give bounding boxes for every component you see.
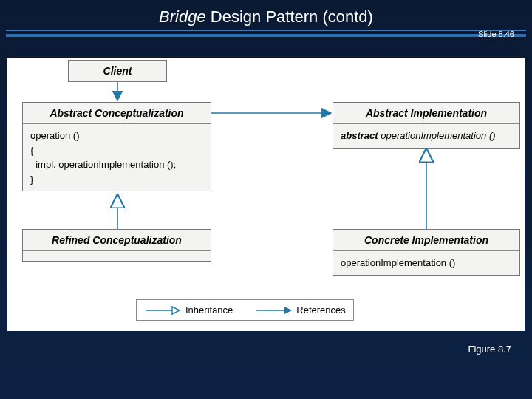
abstract-keyword: abstract [341,130,378,141]
uml-abs-concept-body: operation () { impl. operationImplementa… [23,123,211,191]
title-rest: Design Pattern (contd) [206,7,373,26]
title-italic-word: Bridge [159,7,206,26]
code-line: { [30,143,203,158]
uml-conc-impl-body: operationImplementation () [333,250,519,275]
legend-references-label: References [296,304,345,316]
uml-conc-impl-header: Concrete Implementation [333,230,519,250]
abs-impl-op: operationImplementation () [378,130,496,141]
uml-box-client: Client [68,60,167,82]
uml-box-abstract-conceptualization: Abstract Conceptualization operation () … [22,102,211,191]
uml-abs-concept-header: Abstract Conceptualization [23,103,211,123]
legend: Inheritance References [136,299,354,321]
figure-label: Figure 8.7 [468,344,511,355]
title-rule-thin [6,30,526,31]
code-line: operation () [30,129,203,143]
legend-references-arrow-icon [255,305,292,316]
uml-box-concrete-implementation: Concrete Implementation operationImpleme… [332,229,520,276]
code-line: } [30,172,203,187]
uml-box-refined-conceptualization: Refined Conceptualization [22,229,211,262]
legend-inheritance-label: Inheritance [185,304,233,316]
uml-ref-concept-body [23,250,211,261]
slide-title: Bridge Design Pattern (contd) [0,0,532,30]
arrows-overlay [7,58,525,331]
slide-number: Slide 8.46 [478,30,514,38]
diagram-canvas: Client Abstract Conceptualization operat… [7,58,525,331]
uml-abs-impl-body: abstract operationImplementation () [333,123,519,148]
uml-client-header: Client [69,61,166,81]
uml-ref-concept-header: Refined Conceptualization [23,230,211,250]
legend-inheritance-arrow-icon [144,305,181,316]
uml-box-abstract-implementation: Abstract Implementation abstract operati… [332,102,520,149]
uml-abs-impl-header: Abstract Implementation [333,103,519,123]
title-rule-thick [6,34,526,37]
code-line: impl. operationImplementation (); [30,157,203,172]
